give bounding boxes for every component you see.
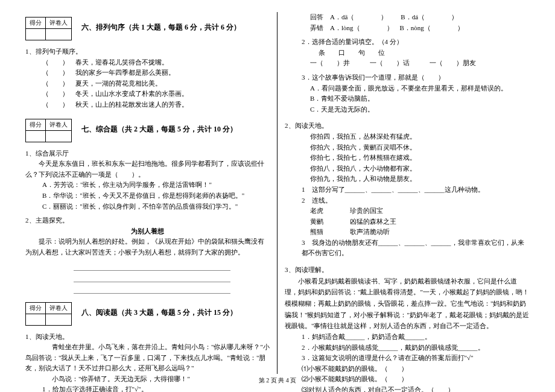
sec6-line: （ ） 冬天，山山水水变成了朴素的水墨画。 [25,89,270,100]
sec8-q2-body: 你拍九，我拍九，人和动物是朋友。 [285,174,530,185]
sec8-q1-3: 3．这个故事告诉我们一个道理，那就是（ ） A．看问题要全面，眼光放远，不要坐在… [285,72,530,115]
sec8-q3-body: 小猴看见妈妈戴着眼镜读书、写字，奶奶戴着眼镜缝补衣服，它问是什么道理，妈妈和奶奶… [285,276,530,332]
sec7-q1-opt: A．芳芳说："班长，你主动为同学服务，你是活雷锋啊！" [25,180,270,191]
sec8-q2-body: 你拍四，我拍五，丛林深处有猛虎。 [285,131,530,142]
sec8-q1-2: 2．选择合适的量词填空。（4 分） 条 口 句 位 一（ ）井 一（ ）话 一（… [285,37,530,69]
sec7-q2: 2、主题探究。 为别人着想 提示：说明为别人着想的好处。例如，《从现在开始》中的… [25,215,270,293]
sec6-line: （ ） 春天，迎春花儿笑得合不拢嘴。 [25,57,270,68]
score-cell-grade: 得分 [26,119,46,130]
write-line[interactable] [74,273,230,282]
right-column: 回答 A．dā（ ） B．dá（ ） 弄错 A．lòng（ ） B．nòng（ … [278,12,537,374]
answer-lines [74,262,270,294]
sec6-q1: 1、排列句子顺序。 （ ） 春天，迎春花儿笑得合不拢嘴。 （ ） 我的家乡一年四… [25,46,270,110]
sec8-q1-1: 1．给加点字选择正确读音，打"√"。 [25,384,270,392]
sec8-q1-3-opt: B．青蛙不爱动脑筋。 [285,93,530,104]
sec8-q2-2-pair: 黄鹂 凶猛的森林之王 [285,217,530,227]
sec7-q1-body: 今天是东东值日，班长和东东一起扫地拖地。很多同学都看到了，应该说些什么？下列说法… [25,159,270,180]
write-line[interactable] [74,262,230,271]
sec8-q3-1: 1．妈妈适合戴______，奶奶适合戴______。 [285,332,530,343]
sec6-q1-label: 1、排列句子顺序。 [25,46,270,57]
sec8-q1-1-item: 回答 A．dā（ ） B．dá（ ） [285,12,530,23]
sec6-line: （ ） 我的家乡一年四季都是那么美丽。 [25,68,270,78]
sec8-q2-label: 2、阅读天地。 [285,121,530,131]
section-7-title: 七、综合题（共 2 大题，每题 5 分，共计 10 分） [81,124,237,134]
section-6-title: 六、排列句序（共 1 大题，每题 6 分，共计 6 分） [81,22,241,33]
sec8-q2-1: 1 这部分写了______、______、______、______这几种动物。 [285,185,530,195]
sec8-q3-3-opt: ⑵小猴不能戴妈妈的眼镜。（ ） [285,374,530,385]
section-7-header: 得分 评卷人 七、综合题（共 2 大题，每题 5 分，共计 10 分） [25,114,270,145]
sec8-q3-3-opt: ⑶对别人适合的东西，对自己不一定适合。（ ） [285,385,530,392]
sec7-q1-opt: C．丽丽说："班长，你以身作则，不怕辛苦的品质值得我们学习。" [25,201,270,212]
score-table: 得分 评卷人 [25,119,72,142]
write-line[interactable] [74,285,230,294]
sec8-q1-3-opt: C．天是无边无际的。 [285,104,530,115]
exam-page: 得分 评卷人 六、排列句序（共 1 大题，每题 6 分，共计 6 分） 1、排列… [0,0,555,374]
score-table: 得分 评卷人 [25,17,72,40]
sec8-q3-2: 2．小猴戴妈妈的眼镜感觉______，戴奶奶的眼镜感觉______。 [285,343,530,353]
sec7-q2-sub: 为别人着想 [25,226,270,237]
sec8-q1-body: 小鸟说："你弄错了。天无边无际，大得很哪！" [25,374,270,385]
sec8-q2-2-pair: 熊猫 歌声清脆动听 [285,227,530,238]
sec6-line: （ ） 夏天，一湖的荷花竟相比美。 [25,78,270,89]
score-cell-grade: 得分 [26,17,46,29]
sec8-q1-label: 1、阅读天地。 [25,332,270,343]
sec8-q1-1-item: 弄错 A．lòng（ ） B．nòng（ ） [285,23,530,34]
sec8-q1-1-items: 回答 A．dā（ ） B．dá（ ） 弄错 A．lòng（ ） B．nòng（ … [285,12,530,33]
sec7-q2-body: 提示：说明为别人着想的好处。例如，《从现在开始》中的袋鼠和猫头鹰没有为别人着想，… [25,236,270,258]
sec8-q3-3-opt: ⑴小猴不能戴奶奶的眼镜。（ ） [285,364,530,375]
score-table: 得分 评卷人 [25,302,72,326]
section-6-header: 得分 评卷人 六、排列句序（共 1 大题，每题 6 分，共计 6 分） [25,12,270,43]
sec8-q1-body: 青蛙坐在井里。小鸟飞来，落在井沿上。青蛙问小鸟："你从哪儿来呀？"小鸟回答说："… [25,342,270,374]
sec8-q2-3: 3 我身边的动物朋友还有______、______、______，我非常喜欢它们… [285,238,530,259]
score-cell-reviewer: 评卷人 [46,17,72,29]
sec8-q3-label: 3、阅读理解。 [285,265,530,276]
sec8-q2-body: 你拍六，我拍六，黄鹂百灵唱不休。 [285,142,530,153]
sec8-q1: 1、阅读天地。 青蛙坐在井里。小鸟飞来，落在井沿上。青蛙问小鸟："你从哪儿来呀？… [25,332,270,393]
section-8-title: 八、阅读题（共 3 大题，每题 5 分，共计 15 分） [81,308,237,318]
sec7-q1-opt: B．华华说："班长，今天又不是你值日，你是想得到老师的表扬吧。" [25,191,270,201]
score-cell-reviewer: 评卷人 [46,119,72,130]
sec8-q3-3: 3．这篇短文说明的道理是什么？请在正确的答案后面打"√" [285,353,530,364]
sec8-q2-2-pair: 老虎 珍贵的国宝 [285,206,530,217]
sec8-q1-3-label: 3．这个故事告诉我们一个道理，那就是（ ） [285,72,530,83]
left-column: 得分 评卷人 六、排列句序（共 1 大题，每题 6 分，共计 6 分） 1、排列… [18,12,278,374]
sec7-q2-label: 2、主题探究。 [25,215,270,226]
sec7-q1: 1、综合展示厅 今天是东东值日，班长和东东一起扫地拖地。很多同学都看到了，应该说… [25,148,270,212]
sec8-q2-body: 你拍七，我拍七，竹林熊猫在嬉戏。 [285,153,530,163]
sec8-q1-2-label: 2．选择合适的量词填空。（4 分） [285,37,530,48]
sec8-q2-body: 你拍八，我拍八，大小动物都有家。 [285,163,530,174]
sec6-line: （ ） 秋天，山上的桂花散发出迷人的芳香。 [25,100,270,110]
score-cell-reviewer: 评卷人 [46,302,72,314]
sec8-q3: 3、阅读理解。 小猴看见妈妈戴着眼镜读书、写字，奶奶戴着眼镜缝补衣服，它问是什么… [285,265,530,392]
sec8-q1-2-blanks: 一（ ）井 一（ ）话 一（ ）朋友 [285,58,530,69]
sec8-q1-2-words: 条 口 句 位 [285,48,530,58]
sec8-q2-2: 2 连线。 [285,195,530,206]
sec7-q1-label: 1、综合展示厅 [25,148,270,159]
sec8-q1-3-opt: A．看问题要全面，眼光放远，不要坐在井里看天，那样是错误的。 [285,83,530,94]
section-8-header: 得分 评卷人 八、阅读题（共 3 大题，每题 5 分，共计 15 分） [25,297,270,328]
score-cell-grade: 得分 [26,302,46,314]
sec8-q2: 2、阅读天地。 你拍四，我拍五，丛林深处有猛虎。 你拍六，我拍六，黄鹂百灵唱不休… [285,121,530,259]
